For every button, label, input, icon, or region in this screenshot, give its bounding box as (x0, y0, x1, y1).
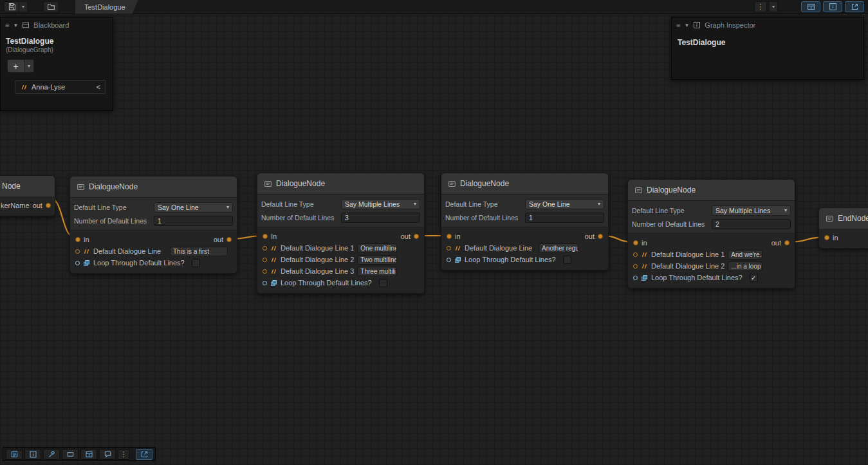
exec-in-port[interactable] (824, 235, 829, 240)
add-property-button[interactable]: + (7, 59, 24, 73)
property-label: Default Line Type (632, 207, 709, 214)
line-count-field[interactable]: 1 (525, 213, 604, 223)
line-type-dropdown[interactable]: Say One Line▾ (154, 202, 233, 213)
loop-port[interactable] (633, 276, 638, 280)
property-label: Default Line Type (261, 200, 338, 208)
exec-port-row: Inout (263, 231, 419, 242)
loop-port[interactable] (75, 261, 80, 265)
loop-port[interactable] (263, 281, 267, 285)
drag-handle-icon[interactable]: ≡ (5, 21, 9, 29)
dialogue-node[interactable]: DialogueNodeDefault Line TypeSay Multipl… (257, 173, 425, 294)
blackboard-field-anna-lyse[interactable]: Anna-Lyse < (15, 80, 106, 94)
out-port-label: out (33, 202, 42, 209)
exec-in-port[interactable] (263, 234, 268, 239)
top-toolbar: ▾ TestDialogue ⋮ ▾ (0, 0, 868, 14)
dialogue-line-field[interactable]: Three multili (357, 267, 397, 276)
exec-out-port[interactable] (226, 237, 232, 242)
dialogue-line-port[interactable] (75, 249, 80, 254)
foldout-caret-icon[interactable]: ▼ (684, 23, 689, 28)
kebab-menu-button[interactable]: ⋮ (754, 1, 767, 12)
loop-checkbox[interactable] (192, 259, 200, 267)
frame-button[interactable] (62, 449, 78, 460)
loop-checkbox[interactable]: ✓ (750, 274, 758, 282)
exec-port-row: inout (447, 231, 603, 242)
dialogue-line-field[interactable]: Two multiline (357, 255, 397, 265)
in-port-label: in (642, 239, 647, 247)
exec-in-port[interactable] (447, 234, 452, 239)
dialogue-line-port[interactable] (633, 252, 638, 257)
out-port-label: out (771, 239, 781, 247)
line-count-field[interactable]: 3 (341, 213, 420, 223)
quote-icon (641, 263, 648, 269)
exec-in-port[interactable] (633, 240, 638, 245)
toggle-inspector-button[interactable] (823, 1, 842, 12)
add-property-caret-icon[interactable]: ▾ (24, 59, 34, 73)
loop-row: Loop Through Default Lines? (263, 277, 419, 289)
tab-label: TestDialogue (84, 3, 125, 11)
exec-out-port[interactable] (46, 203, 51, 208)
dialogue-line-row: Default Dialogue Line 1And we're... (633, 249, 790, 260)
external-window-button[interactable] (136, 449, 152, 460)
dialogue-line-label: Default Dialogue Line 3 (281, 267, 354, 275)
tools-button[interactable] (43, 449, 60, 460)
property-row: Number of Default Lines2 (632, 218, 791, 230)
dialogue-line-port[interactable] (263, 258, 267, 262)
loop-checkbox[interactable] (379, 279, 387, 287)
node-icon (264, 180, 272, 188)
save-dropdown-caret-icon[interactable]: ▾ (19, 1, 28, 12)
node-title: DialogueNode (89, 182, 138, 191)
loop-checkbox[interactable] (563, 256, 571, 264)
blackboard-panel[interactable]: ≡ ▼ Blackboard TestDialogue (DialogueGra… (0, 17, 113, 111)
loop-port[interactable] (447, 258, 451, 262)
speaker-node[interactable]: NodekerNameout (0, 175, 55, 216)
blackboard-toggle-button[interactable] (80, 449, 97, 460)
dialogue-line-port[interactable] (263, 269, 267, 274)
line-count-field[interactable]: 2 (712, 219, 791, 229)
exec-out-port[interactable] (598, 234, 603, 239)
console-button[interactable] (6, 449, 23, 460)
node-properties: Default Line TypeSay Multiple Lines▾Numb… (628, 200, 795, 234)
node-ports: inoutDefault Dialogue Line 1And we're...… (628, 234, 795, 288)
dialogue-line-field[interactable]: And we're... (728, 250, 762, 260)
dialogue-node[interactable]: DialogueNodeDefault Line TypeSay Multipl… (627, 179, 795, 289)
open-folder-button[interactable] (43, 1, 59, 12)
dialogue-node[interactable]: DialogueNodeDefault Line TypeSay One Lin… (441, 173, 609, 270)
output-name-group: kerName (1, 202, 30, 209)
dialogue-line-field[interactable]: ...in a loop (728, 261, 762, 271)
kebab-menu-button[interactable]: ⋮ (118, 449, 129, 460)
dialogue-line-port[interactable] (447, 246, 451, 251)
line-count-field[interactable]: 1 (154, 216, 233, 226)
toggle-blackboard-button[interactable] (801, 1, 820, 12)
exec-in-port[interactable] (75, 237, 80, 242)
quote-icon (454, 245, 461, 251)
graph-canvas[interactable]: ▾ TestDialogue ⋮ ▾ ≡ ▼ (0, 0, 868, 465)
kebab-caret-icon[interactable]: ▾ (770, 1, 778, 12)
dialogue-line-field[interactable]: One multiline (357, 243, 397, 253)
dialogue-node[interactable]: DialogueNodeDefault Line TypeSay One Lin… (69, 176, 237, 274)
input-port-group: in (447, 232, 461, 240)
foldout-caret-icon[interactable]: ▼ (13, 23, 18, 28)
collapse-chevron-icon[interactable]: < (97, 83, 100, 91)
dialogue-preview-button[interactable] (99, 449, 116, 460)
dialogue-line-port[interactable] (633, 264, 638, 269)
property-label: Number of Default Lines (261, 214, 338, 222)
exec-out-port[interactable] (784, 240, 790, 245)
line-type-dropdown[interactable]: Say Multiple Lines▾ (712, 205, 791, 216)
drag-handle-icon[interactable]: ≡ (676, 21, 680, 29)
graph-inspector-panel[interactable]: ≡ ▼ Graph Inspector TestDialogue (671, 17, 864, 80)
loop-row: Loop Through Default Lines?✓ (633, 272, 790, 283)
exec-out-port[interactable] (414, 234, 419, 239)
dialogue-line-field[interactable]: Another regu (539, 243, 578, 253)
dialogue-line-port[interactable] (263, 246, 267, 251)
line-type-dropdown[interactable]: Say Multiple Lines▾ (341, 199, 420, 209)
graph-inspector-title: Graph Inspector (705, 21, 755, 29)
toggle-preview-button[interactable] (845, 1, 864, 12)
save-button[interactable] (4, 1, 19, 12)
inspector-button[interactable] (24, 449, 41, 460)
blackboard-graph-name: TestDialogue (1, 33, 113, 46)
quote-icon (21, 84, 28, 90)
dialogue-line-field[interactable]: This is a first (170, 247, 228, 256)
tab-testdialogue[interactable]: TestDialogue (75, 0, 138, 14)
line-type-dropdown[interactable]: Say One Line▾ (525, 199, 604, 209)
end-node[interactable]: EndNodein (818, 207, 868, 249)
